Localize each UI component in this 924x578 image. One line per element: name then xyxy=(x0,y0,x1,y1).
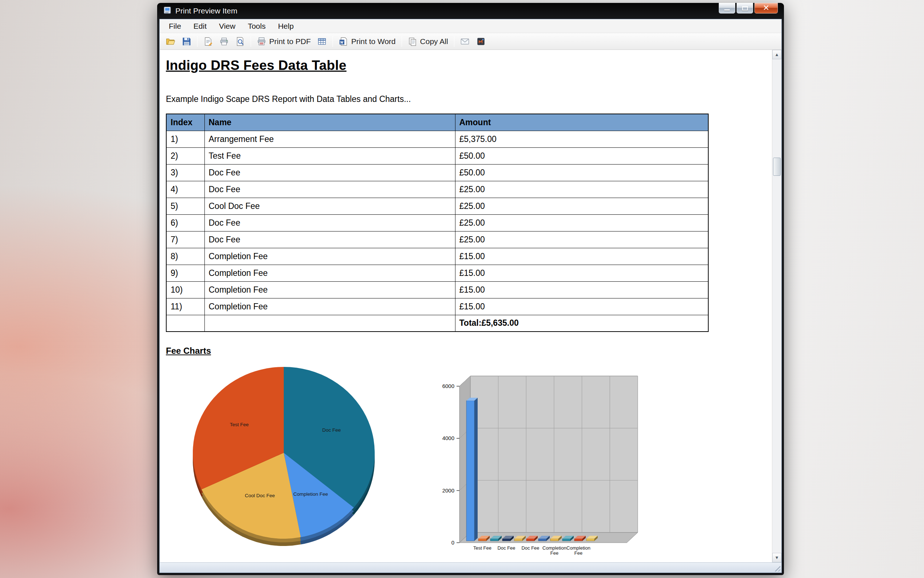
svg-text:CompletionFee: CompletionFee xyxy=(542,545,566,556)
document-page: Indigo DRS Fees Data Table Example Indig… xyxy=(160,50,772,562)
print-preview-button[interactable] xyxy=(233,35,248,48)
menu-item-edit[interactable]: Edit xyxy=(187,20,213,32)
minimize-icon xyxy=(724,10,730,11)
table-row: 1)Arrangement Fee£5,375.00 xyxy=(166,131,708,148)
fee-charts-heading: Fee Charts xyxy=(166,346,772,356)
bar-chart: 0200040006000Test FeeDoc FeeDoc FeeCompl… xyxy=(425,365,651,562)
menu-item-tools[interactable]: Tools xyxy=(241,20,272,32)
svg-text:Test Fee: Test Fee xyxy=(230,422,249,427)
print-to-word-label: Print to Word xyxy=(351,37,395,46)
table-cell: Doc Fee xyxy=(204,181,455,198)
table-cell: 10) xyxy=(166,281,204,298)
document-edit-icon xyxy=(203,37,213,46)
window-title: Print Preview Item xyxy=(175,6,237,15)
table-cell: £50.00 xyxy=(455,164,708,181)
table-cell: £5,375.00 xyxy=(455,131,708,148)
desktop: Print Preview Item FileEditViewToolsHelp xyxy=(0,0,924,578)
table-cell xyxy=(166,315,204,331)
table-cell: Completion Fee xyxy=(204,248,455,265)
save-icon xyxy=(182,37,191,46)
toolbar-separator xyxy=(332,36,333,47)
table-cell: Completion Fee xyxy=(204,298,455,315)
export-grid-button[interactable] xyxy=(315,35,329,48)
open-button[interactable] xyxy=(163,35,178,48)
toolbar-separator xyxy=(401,36,402,47)
table-header-amount: Amount xyxy=(455,114,708,131)
svg-text:Test Fee: Test Fee xyxy=(473,545,492,551)
table-cell: £15.00 xyxy=(455,298,708,315)
table-cell: 2) xyxy=(166,148,204,164)
table-cell: £50.00 xyxy=(455,148,708,164)
print-to-pdf-button[interactable]: Print to PDF xyxy=(254,35,313,48)
email-icon xyxy=(460,37,469,46)
window-icon xyxy=(163,6,172,16)
menu-item-view[interactable]: View xyxy=(213,20,241,32)
table-cell: Doc Fee xyxy=(204,164,455,181)
table-cell: Test Fee xyxy=(204,148,455,164)
resize-grip[interactable] xyxy=(774,565,780,572)
table-cell: Cool Doc Fee xyxy=(204,198,455,214)
word-document-icon xyxy=(339,37,348,46)
vertical-scrollbar[interactable]: ▲ ▼ xyxy=(772,50,782,562)
table-cell: £25.00 xyxy=(455,214,708,231)
page-setup-button[interactable] xyxy=(201,35,215,48)
scroll-down-button[interactable]: ▼ xyxy=(772,553,782,562)
table-cell: 5) xyxy=(166,198,204,214)
table-cell: Completion Fee xyxy=(204,265,455,281)
table-cell: 8) xyxy=(166,248,204,265)
grid-icon xyxy=(317,37,327,46)
table-cell: Arrangement Fee xyxy=(204,131,455,148)
title-bar[interactable]: Print Preview Item xyxy=(157,3,784,19)
table-cell: £15.00 xyxy=(455,281,708,298)
svg-text:2000: 2000 xyxy=(442,487,455,494)
svg-text:Cool Doc Fee: Cool Doc Fee xyxy=(245,493,275,498)
menu-item-help[interactable]: Help xyxy=(272,20,300,32)
menu-item-file[interactable]: File xyxy=(163,20,187,32)
app-icon xyxy=(476,37,485,46)
table-row: 5)Cool Doc Fee£25.00 xyxy=(166,198,708,214)
toolbar-separator xyxy=(251,36,251,47)
table-row: 11)Completion Fee£15.00 xyxy=(166,298,708,315)
table-row: 3)Doc Fee£50.00 xyxy=(166,164,708,181)
status-bar xyxy=(160,562,782,573)
table-cell: Completion Fee xyxy=(204,281,455,298)
table-cell: 9) xyxy=(166,265,204,281)
print-button[interactable] xyxy=(217,35,231,48)
maximize-button[interactable] xyxy=(736,3,753,14)
svg-text:6000: 6000 xyxy=(442,383,455,389)
table-cell: 3) xyxy=(166,164,204,181)
table-row: 9)Completion Fee£15.00 xyxy=(166,265,708,281)
window-controls xyxy=(718,3,778,14)
copy-all-button[interactable]: Copy All xyxy=(405,35,451,48)
pdf-printer-icon xyxy=(257,37,266,46)
svg-text:4000: 4000 xyxy=(442,435,455,441)
table-cell xyxy=(204,315,455,331)
window-client-area: FileEditViewToolsHelp xyxy=(159,19,782,573)
save-button[interactable] xyxy=(180,35,194,48)
document-title: Indigo DRS Fees Data Table xyxy=(166,58,772,73)
close-button[interactable] xyxy=(754,3,778,14)
app-tool-button[interactable] xyxy=(474,35,488,48)
close-icon xyxy=(763,5,769,11)
table-header-row: IndexNameAmount xyxy=(166,114,708,131)
table-row: 6)Doc Fee£25.00 xyxy=(166,214,708,231)
table-cell: £25.00 xyxy=(455,231,708,248)
table-cell: Doc Fee xyxy=(204,214,455,231)
print-to-word-button[interactable]: Print to Word xyxy=(336,35,398,48)
print-preview-window: Print Preview Item FileEditViewToolsHelp xyxy=(157,3,784,575)
table-row: 2)Test Fee£50.00 xyxy=(166,148,708,164)
minimize-button[interactable] xyxy=(718,3,736,14)
table-header-index: Index xyxy=(166,114,204,131)
svg-text:Completion Fee: Completion Fee xyxy=(293,491,328,497)
pie-chart: Doc FeeCompletion FeeCool Doc FeeTest Fe… xyxy=(190,365,378,547)
maximize-icon xyxy=(742,6,748,11)
scrollbar-thumb[interactable] xyxy=(773,157,781,176)
charts-row: Doc FeeCompletion FeeCool Doc FeeTest Fe… xyxy=(190,365,772,562)
document-intro: Example Indigo Scape DRS Report with Dat… xyxy=(166,94,772,104)
email-button[interactable] xyxy=(458,35,472,48)
table-cell: Doc Fee xyxy=(204,231,455,248)
scroll-up-button[interactable]: ▲ xyxy=(772,50,782,59)
table-row: 4)Doc Fee£25.00 xyxy=(166,181,708,198)
svg-text:0: 0 xyxy=(451,539,455,546)
table-cell: 1) xyxy=(166,131,204,148)
